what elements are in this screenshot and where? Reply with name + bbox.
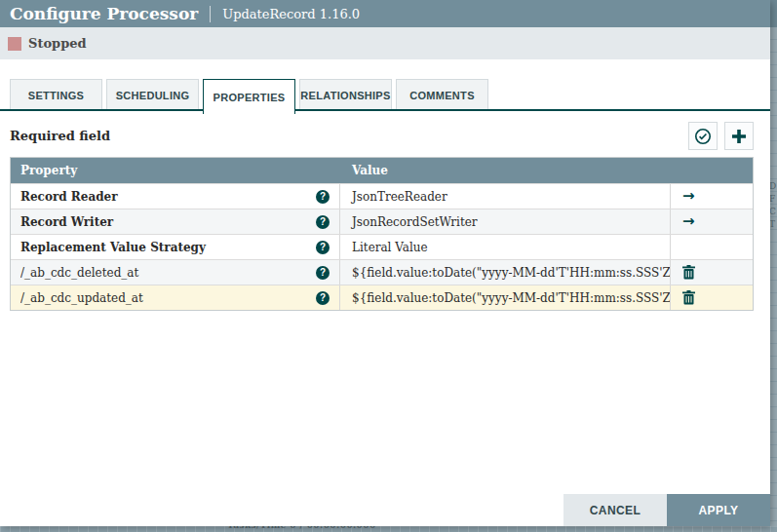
plus-icon bbox=[731, 129, 747, 144]
bg-fragment: D bbox=[769, 180, 777, 193]
property-value[interactable]: ${field.value:toDate("yyyy-MM-dd'T'HH:mm… bbox=[340, 260, 671, 285]
background-text-fragments: D F C T bbox=[769, 180, 777, 231]
table-row[interactable]: /_ab_cdc_updated_at ? ${field.value:toDa… bbox=[11, 285, 753, 310]
property-name: /_ab_cdc_deleted_at bbox=[20, 266, 316, 280]
table-header-row: Property Value bbox=[11, 158, 753, 183]
cancel-button[interactable]: CANCEL bbox=[563, 494, 667, 526]
delete-property-button[interactable] bbox=[682, 265, 695, 280]
property-name: /_ab_cdc_updated_at bbox=[20, 291, 316, 305]
dialog-footer: CANCEL APPLY bbox=[563, 494, 770, 526]
column-header-property: Property bbox=[11, 158, 340, 183]
bg-fragment: T bbox=[769, 218, 777, 231]
properties-table: Property Value Record Reader ? JsonTreeR… bbox=[10, 157, 754, 311]
property-value[interactable]: JsonRecordSetWriter bbox=[340, 209, 671, 234]
configure-processor-dialog: Configure Processor UpdateRecord 1.16.0 … bbox=[0, 0, 770, 526]
verify-properties-button[interactable] bbox=[688, 122, 718, 150]
column-header-value: Value bbox=[340, 158, 671, 183]
tab-comments[interactable]: COMMENTS bbox=[396, 79, 488, 110]
bg-fragment: F bbox=[769, 193, 777, 206]
table-row[interactable]: Record Reader ? JsonTreeReader → bbox=[11, 183, 753, 209]
stopped-status-icon bbox=[8, 37, 21, 51]
delete-property-button[interactable] bbox=[682, 290, 695, 305]
status-band: Stopped bbox=[0, 27, 770, 59]
help-icon[interactable]: ? bbox=[316, 241, 330, 254]
property-name: Replacement Value Strategy bbox=[20, 241, 316, 254]
help-icon[interactable]: ? bbox=[316, 291, 330, 305]
property-name: Record Reader bbox=[20, 190, 316, 204]
property-value[interactable]: JsonTreeReader bbox=[340, 184, 671, 209]
tab-properties[interactable]: PROPERTIES bbox=[203, 79, 295, 114]
table-row[interactable]: /_ab_cdc_deleted_at ? ${field.value:toDa… bbox=[11, 259, 753, 285]
dialog-title: Configure Processor bbox=[10, 4, 198, 23]
table-toolbar: Required field bbox=[0, 110, 770, 157]
processor-name-version: UpdateRecord 1.16.0 bbox=[222, 7, 360, 21]
trash-icon bbox=[682, 290, 695, 305]
tab-relationships[interactable]: RELATIONSHIPS bbox=[299, 79, 392, 110]
check-circle-icon bbox=[694, 128, 712, 145]
required-field-label: Required field bbox=[10, 129, 110, 143]
bg-fragment: C bbox=[769, 206, 777, 218]
apply-button[interactable]: APPLY bbox=[667, 494, 770, 526]
go-to-service-arrow-icon[interactable]: → bbox=[682, 214, 695, 229]
status-label: Stopped bbox=[28, 36, 87, 51]
dialog-tabs: SETTINGS SCHEDULING PROPERTIES RELATIONS… bbox=[0, 79, 770, 110]
column-header-actions bbox=[671, 158, 753, 183]
go-to-service-arrow-icon[interactable]: → bbox=[682, 189, 695, 204]
help-icon[interactable]: ? bbox=[316, 215, 330, 229]
table-row[interactable]: Replacement Value Strategy ? Literal Val… bbox=[11, 234, 753, 259]
tab-settings[interactable]: SETTINGS bbox=[10, 79, 102, 110]
trash-icon bbox=[682, 265, 695, 280]
help-icon[interactable]: ? bbox=[316, 190, 330, 204]
new-property-button[interactable] bbox=[724, 122, 754, 150]
property-value[interactable]: ${field.value:toDate("yyyy-MM-dd'T'HH:mm… bbox=[340, 285, 671, 310]
background-toolbar-sliver bbox=[770, 0, 777, 27]
tab-scheduling[interactable]: SCHEDULING bbox=[106, 79, 199, 110]
dialog-header: Configure Processor UpdateRecord 1.16.0 bbox=[0, 0, 770, 27]
help-icon[interactable]: ? bbox=[316, 266, 330, 280]
table-row[interactable]: Record Writer ? JsonRecordSetWriter → bbox=[11, 209, 753, 234]
title-divider bbox=[210, 6, 211, 22]
property-name: Record Writer bbox=[20, 215, 316, 229]
property-value[interactable]: Literal Value bbox=[340, 235, 671, 259]
background-panel-sliver bbox=[770, 27, 777, 526]
